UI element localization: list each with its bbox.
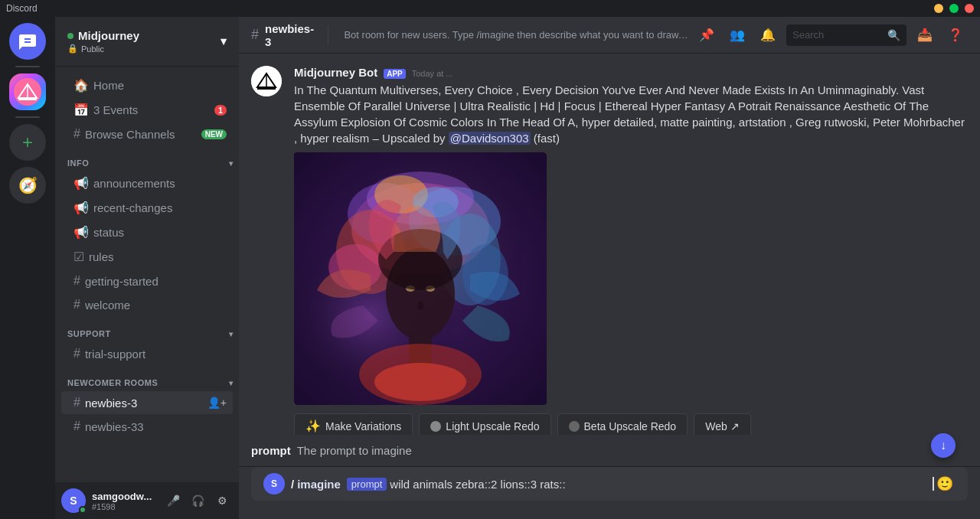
channel-getting-started[interactable]: # getting-started	[61, 269, 233, 292]
scroll-to-bottom-button[interactable]: ↓	[931, 433, 956, 458]
face-art	[294, 152, 547, 405]
bot-avatar	[251, 66, 282, 96]
channel-name: newbies-3	[265, 22, 318, 48]
sidebar-item-home[interactable]: 🏠 Home	[61, 73, 233, 97]
channel-list: 🏠 Home 📅 3 Events 1 # Browse Channels NE…	[55, 67, 239, 482]
message-content: Midjourney Bot APP Today at ... In The Q…	[294, 66, 968, 435]
channel-status[interactable]: 📢 status	[61, 220, 233, 244]
title-bar: Discord — ◻ ✕	[0, 0, 980, 17]
message-author: Midjourney Bot	[294, 66, 377, 79]
server-name: Midjourney	[78, 29, 139, 42]
pin-button[interactable]: 📌	[694, 23, 719, 47]
browse-icon: #	[74, 127, 80, 141]
generated-image-container[interactable]	[294, 152, 547, 405]
home-icon: 🏠	[74, 78, 89, 93]
home-label: Home	[93, 79, 124, 92]
inbox-button[interactable]: 📥	[913, 23, 937, 47]
add-server-button[interactable]: +	[9, 124, 46, 161]
events-badge: 1	[214, 105, 227, 116]
input-command: imagine	[297, 478, 341, 491]
rules-icon: ☑	[74, 250, 84, 264]
light-upscale-label: Light Upscale Redo	[446, 420, 539, 432]
microphone-button[interactable]: 🎤	[162, 490, 184, 511]
add-member-icon: 👤+	[207, 397, 227, 409]
sidebar-item-events[interactable]: 📅 3 Events 1	[61, 98, 233, 122]
web-button[interactable]: Web ↗	[694, 413, 750, 435]
chat-header: # newbies-3 Bot room for new users. Type…	[239, 17, 980, 54]
maximize-button[interactable]: ◻	[949, 4, 959, 13]
input-actions: 🙂	[934, 473, 956, 495]
recent-changes-label: recent-changes	[93, 201, 172, 214]
trial-support-icon: #	[74, 347, 80, 361]
emoji-button[interactable]: 🙂	[934, 473, 956, 495]
server-header[interactable]: Midjourney 🔒 Public ▾	[55, 17, 239, 67]
status-label: status	[93, 226, 124, 239]
light-upscale-redo-button[interactable]: Light Upscale Redo	[419, 413, 550, 435]
section-support[interactable]: SUPPORT ▾	[55, 317, 239, 341]
explore-button[interactable]: 🧭	[9, 167, 46, 204]
new-badge: NEW	[201, 129, 227, 139]
input-tag: prompt	[347, 478, 387, 491]
channel-welcome[interactable]: # welcome	[61, 293, 233, 316]
channel-rules[interactable]: ☑ rules	[61, 245, 233, 269]
newbies-3-label: newbies-3	[85, 397, 137, 410]
user-id: #1598	[92, 502, 156, 511]
midjourney-server-icon[interactable]	[9, 73, 46, 110]
user-info: samgoodw... #1598	[92, 491, 156, 511]
section-newcomer[interactable]: NEWCOMER ROOMS ▾	[55, 366, 239, 390]
getting-started-icon: #	[74, 274, 80, 288]
lock-icon: 🔒	[67, 44, 78, 54]
make-variations-button[interactable]: ✨ Make Variations	[294, 413, 413, 435]
headphone-button[interactable]: 🎧	[187, 490, 208, 511]
channel-announcements[interactable]: 📢 announcements	[61, 171, 233, 195]
server-divider	[15, 66, 40, 67]
search-box[interactable]: 🔍	[786, 24, 906, 46]
newbies-33-icon: #	[74, 419, 80, 433]
chat-input-area: S / imagine prompt wild animals zebra::2…	[239, 467, 980, 519]
members-button[interactable]: 👥	[725, 23, 750, 47]
support-collapse-arrow: ▾	[229, 330, 234, 338]
sidebar-item-browse[interactable]: # Browse Channels NEW	[61, 122, 233, 145]
chat-messages[interactable]: Midjourney Bot APP Today at ... In The Q…	[239, 54, 980, 435]
speed-text: (fast)	[534, 132, 560, 145]
search-input[interactable]	[792, 29, 884, 41]
channel-recent-changes[interactable]: 📢 recent-changes	[61, 196, 233, 220]
help-button[interactable]: ❓	[943, 23, 968, 47]
discord-home-button[interactable]	[9, 23, 46, 60]
close-button[interactable]: ✕	[965, 4, 974, 13]
newbies-3-icon: #	[74, 396, 80, 410]
channel-newbies-33[interactable]: # newbies-33	[61, 415, 233, 438]
action-buttons: ✨ Make Variations Light Upscale Redo Bet…	[294, 413, 968, 435]
events-icon: 📅	[74, 103, 89, 117]
settings-button[interactable]: ⚙	[211, 490, 233, 511]
channel-newbies-3[interactable]: # newbies-3 👤+	[61, 391, 233, 414]
rules-label: rules	[89, 250, 114, 263]
getting-started-label: getting-started	[85, 275, 158, 288]
section-support-label: SUPPORT	[67, 329, 111, 338]
minimize-button[interactable]: —	[934, 4, 943, 13]
channel-description: Bot room for new users. Type /imagine th…	[344, 29, 688, 41]
channel-trial-support[interactable]: # trial-support	[61, 342, 233, 365]
input-container[interactable]: S / imagine prompt wild animals zebra::2…	[251, 467, 968, 501]
message: Midjourney Bot APP Today at ... In The Q…	[251, 66, 968, 435]
svg-point-23	[417, 301, 423, 310]
input-text: wild animals zebra::2 lions::3 rats::	[390, 478, 933, 491]
welcome-icon: #	[74, 298, 80, 312]
web-label: Web ↗	[705, 420, 739, 432]
mention-link[interactable]: @Davidson303	[449, 132, 531, 145]
prompt-bar: prompt The prompt to imagine ↓	[239, 435, 980, 467]
beta-upscale-icon	[569, 421, 580, 432]
search-icon: 🔍	[887, 29, 900, 41]
announcements-icon: 📢	[74, 176, 89, 191]
beta-upscale-redo-button[interactable]: Beta Upscale Redo	[557, 413, 688, 435]
welcome-label: welcome	[85, 299, 130, 312]
section-info[interactable]: INFO ▾	[55, 146, 239, 171]
notifications-button[interactable]: 🔔	[756, 23, 780, 47]
header-divider	[328, 26, 328, 44]
avatar: S	[61, 488, 86, 513]
browse-label: Browse Channels	[85, 128, 175, 141]
user-controls: 🎤 🎧 ⚙	[162, 490, 233, 511]
message-header: Midjourney Bot APP Today at ...	[294, 66, 968, 79]
events-label: 3 Events	[93, 103, 138, 116]
prompt-label: prompt	[251, 444, 291, 457]
